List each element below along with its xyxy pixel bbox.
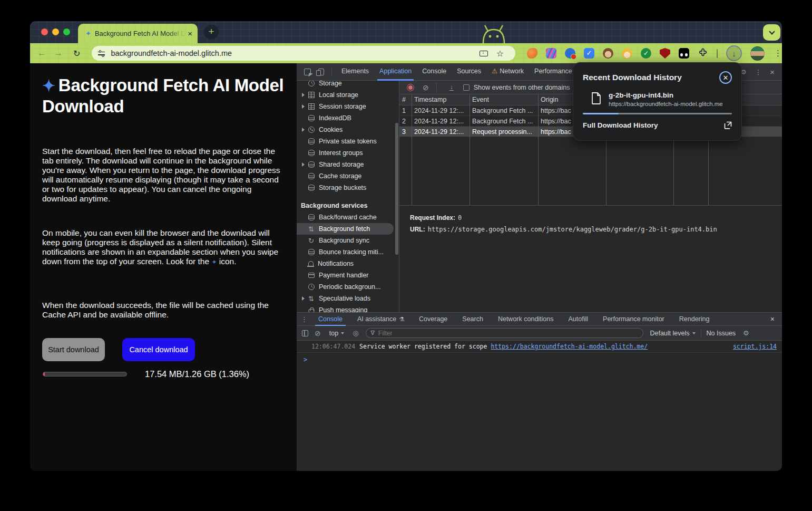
back-button[interactable]: ← (37, 48, 46, 59)
address-bar[interactable]: backgroundfetch-ai-model.glitch.me ☆ (92, 46, 515, 61)
issues-counter[interactable]: No Issues (707, 330, 736, 337)
record-events-button[interactable] (407, 84, 414, 91)
minimize-window-button[interactable] (52, 28, 59, 35)
sidebar-item-background-fetch[interactable]: ⇅Background fetch (297, 223, 394, 235)
sidebar-item-speculative-loads[interactable]: ⇅Speculative loads (297, 293, 399, 304)
full-download-history-link[interactable]: Full Download History (583, 121, 658, 129)
extension-verified-icon[interactable]: ✓ (641, 48, 651, 59)
extension-dark-reader-icon[interactable] (679, 48, 689, 59)
sidebar-item-private-state-tokens[interactable]: Private state tokens (297, 136, 399, 147)
devtools-menu-icon[interactable]: ⋮ (755, 68, 762, 76)
cancel-download-button[interactable]: Cancel download (122, 338, 195, 361)
sidebar-item-storage-buckets[interactable]: Storage buckets (297, 182, 399, 194)
forward-button[interactable]: → (54, 48, 63, 59)
extension-worker-icon[interactable] (622, 48, 632, 59)
drawer-close-icon[interactable]: × (770, 315, 782, 323)
filter-funnel-icon: ∇ (370, 330, 374, 336)
sidebar-item-indexeddb[interactable]: IndexedDB (297, 112, 399, 124)
sidebar-item-background-sync[interactable]: ↻Background sync (297, 235, 399, 246)
request-url-label: URL: (410, 226, 425, 233)
sidebar-item-local-storage[interactable]: Local storage (297, 89, 399, 101)
sidebar-scrollbar[interactable] (395, 123, 398, 255)
zoom-window-button[interactable] (63, 28, 70, 35)
show-events-checkbox-label[interactable]: Show events from other domains (474, 84, 570, 91)
extension-squirrel-icon[interactable] (527, 48, 537, 59)
extension-stripes-icon[interactable] (546, 48, 556, 59)
sidebar-item-session-storage[interactable]: Session storage (297, 101, 399, 112)
save-events-icon[interactable]: ↓ (449, 84, 454, 91)
sidebar-item-cache-storage[interactable]: Cache storage (297, 170, 399, 182)
console-settings-gear-icon[interactable]: ⚙ (743, 329, 749, 337)
device-toolbar-icon[interactable] (318, 69, 324, 75)
tab-network[interactable]: ⚠Network (486, 63, 529, 81)
drawer-tab-console[interactable]: Console (311, 313, 350, 326)
disclosure-triangle-icon[interactable] (302, 128, 305, 132)
console-prompt-chevron[interactable]: > (297, 353, 782, 363)
inspect-element-icon[interactable] (304, 69, 311, 75)
sidebar-item-push-messaging[interactable]: Push messaging (297, 304, 399, 312)
site-settings-icon[interactable] (98, 51, 105, 56)
log-levels-selector[interactable]: Default levels (650, 330, 695, 337)
start-download-button[interactable]: Start download (42, 338, 105, 361)
context-selector[interactable]: top (329, 330, 344, 337)
devtools-close-icon[interactable]: × (770, 68, 775, 76)
download-item[interactable]: g-2b-it-gpu-int4.bin https://backgroundf… (583, 91, 732, 107)
close-window-button[interactable] (41, 28, 48, 35)
new-tab-button[interactable]: + (204, 25, 219, 40)
extensions-puzzle-icon[interactable] (698, 48, 708, 59)
profile-avatar[interactable] (750, 46, 765, 61)
sidebar-item-bounce-tracking[interactable]: Bounce tracking miti... (297, 246, 399, 258)
clear-events-icon[interactable]: ⊘ (423, 83, 429, 92)
sidebar-item-shared-storage[interactable]: Shared storage (297, 159, 399, 170)
drawer-tab-autofill[interactable]: Autofill (561, 313, 596, 326)
url-text[interactable]: backgroundfetch-ai-model.glitch.me (111, 49, 479, 57)
extension-check-icon[interactable]: ✓ (584, 48, 594, 59)
sidebar-item-payment-handler[interactable]: Payment handler (297, 269, 399, 281)
log-scope-link[interactable]: https://backgroundfetch-ai-model.glitch.… (491, 343, 648, 350)
sidebar-item-back-forward-cache[interactable]: Back/forward cache (297, 211, 399, 223)
browser-menu-icon[interactable]: ⋮ (774, 49, 782, 58)
console-sidebar-toggle-icon[interactable] (302, 330, 308, 336)
sidebar-item-notifications[interactable]: Notifications (297, 258, 399, 269)
sidebar-item-periodic-background-sync[interactable]: Periodic backgroun... (297, 281, 399, 293)
filter-input[interactable] (378, 330, 639, 337)
drawer-tab-ai-assistance[interactable]: AI assistance⚗ (350, 313, 412, 326)
tab-console[interactable]: Console (417, 63, 452, 81)
tab-overview-button[interactable] (763, 24, 780, 41)
disclosure-triangle-icon[interactable] (302, 296, 305, 301)
drawer-tab-performance-monitor[interactable]: Performance monitor (595, 313, 672, 326)
disclosure-triangle-icon[interactable] (302, 162, 305, 167)
tab-elements[interactable]: Elements (336, 63, 374, 81)
recent-download-history-popup: Recent Download History ✕ g-2b-it-gpu-in… (573, 62, 742, 141)
downloads-indicator-icon[interactable]: ↓ (726, 45, 742, 61)
send-to-device-icon[interactable] (480, 51, 488, 56)
popup-close-icon[interactable]: ✕ (719, 71, 732, 84)
tab-application[interactable]: Application (374, 63, 417, 81)
bookmark-star-icon[interactable]: ☆ (496, 49, 504, 59)
tab-sources[interactable]: Sources (452, 63, 486, 81)
external-link-icon[interactable] (724, 121, 732, 129)
browser-tab[interactable]: ✦ Background Fetch AI Model D × (78, 24, 198, 43)
drawer-tab-coverage[interactable]: Coverage (412, 313, 455, 326)
drawer-tab-search[interactable]: Search (455, 313, 491, 326)
drawer-tab-rendering[interactable]: Rendering (672, 313, 717, 326)
log-source-link[interactable]: script.js:14 (733, 343, 777, 350)
show-events-checkbox[interactable] (463, 84, 469, 91)
drawer-tab-network-conditions[interactable]: Network conditions (491, 313, 561, 326)
disclosure-triangle-icon[interactable] (302, 93, 305, 97)
live-expression-eye-icon[interactable]: ◎ (353, 329, 358, 337)
tab-favicon-sparkle-icon: ✦ (85, 30, 91, 37)
sidebar-item-interest-groups[interactable]: Interest groups (297, 147, 399, 159)
extension-monkey-icon[interactable] (603, 48, 613, 59)
console-filter-box[interactable]: ∇ (366, 328, 643, 338)
reload-button[interactable]: ↻ (73, 49, 80, 59)
extension-shield-icon[interactable] (660, 48, 670, 59)
sidebar-item-cookies[interactable]: Cookies (297, 124, 399, 136)
disclosure-triangle-icon[interactable] (302, 104, 305, 109)
sidebar-item-storage[interactable]: Storage (297, 81, 399, 89)
tab-close-icon[interactable]: × (188, 29, 192, 38)
tab-performance[interactable]: Performance (529, 63, 578, 81)
extension-password-icon[interactable] (565, 48, 575, 59)
drawer-menu-icon[interactable]: ⋮ (301, 315, 308, 323)
clear-console-icon[interactable]: ⊘ (315, 329, 321, 338)
